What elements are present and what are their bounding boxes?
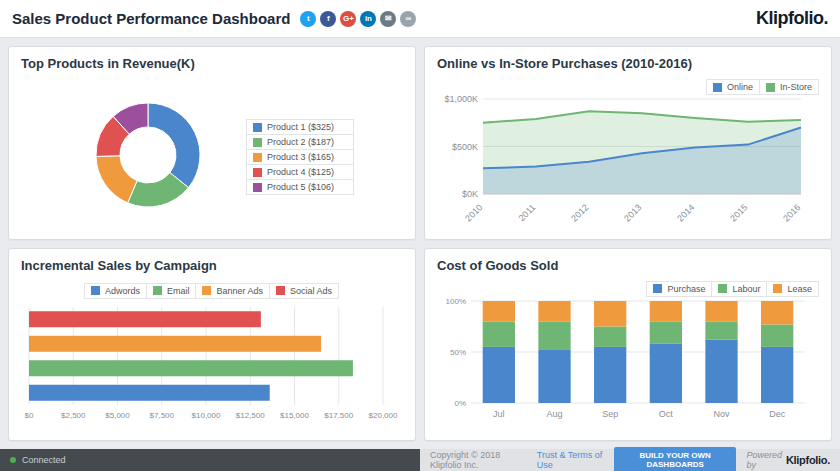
legend-item[interactable]: Lease <box>766 281 819 297</box>
svg-text:$500K: $500K <box>452 142 478 152</box>
cogs-legend: PurchaseLabourLease <box>647 281 819 297</box>
svg-text:Dec: Dec <box>769 409 786 419</box>
svg-text:$7,500: $7,500 <box>150 411 175 420</box>
svg-text:Aug: Aug <box>546 409 562 419</box>
legend-swatch-icon <box>253 138 262 147</box>
hbar-chart: $0$2,500$5,000$7,500$10,000$12,500$15,00… <box>17 301 399 431</box>
legend-swatch-icon <box>718 284 727 293</box>
footer-bar: Connected Copyright © 2018 Klipfolio Inc… <box>0 449 840 471</box>
legend-swatch-icon <box>91 286 100 295</box>
panel-campaign-sales: Incremental Sales by Campaign AdwordsEma… <box>8 248 416 442</box>
powered-by-label: Powered by <box>746 450 782 470</box>
area-chart-area: OnlineIn-Store $0K$500K$1,000K2010201120… <box>425 77 831 239</box>
footer-right: Copyright © 2018 Klipfolio Inc. Trust & … <box>420 449 840 471</box>
legend-item[interactable]: Product 1 ($325) <box>246 119 354 135</box>
donut-chart <box>70 83 230 233</box>
legend-swatch-icon <box>253 153 262 162</box>
share-link-icon[interactable]: ∞ <box>400 11 416 27</box>
campaign-legend: AdwordsEmailBanner AdsSocial Ads <box>17 283 407 299</box>
panel-title-online-instore: Online vs In-Store Purchases (2010-2016) <box>425 47 831 77</box>
copyright-text: Copyright © 2018 Klipfolio Inc. <box>430 450 527 470</box>
legend-swatch-icon <box>276 286 285 295</box>
legend-swatch-icon <box>253 168 262 177</box>
linkedin-icon[interactable]: in <box>360 11 376 27</box>
stacked-chart-area: PurchaseLabourLease 0%50%100%JulAugSepOc… <box>425 279 831 441</box>
legend-item[interactable]: Product 5 ($106) <box>246 179 354 195</box>
legend-item[interactable]: Social Ads <box>269 283 339 299</box>
panel-cost-of-goods: Cost of Goods Sold PurchaseLabourLease 0… <box>424 248 832 442</box>
panel-title-cogs: Cost of Goods Sold <box>425 249 831 279</box>
connected-dot-icon <box>10 457 16 463</box>
svg-text:$2,500: $2,500 <box>61 411 86 420</box>
svg-text:$1,000K: $1,000K <box>444 94 478 104</box>
legend-swatch-icon <box>773 284 782 293</box>
svg-text:$10,000: $10,000 <box>192 411 221 420</box>
dashboard-grid: Top Products in Revenue(K) Product 1 ($3… <box>0 38 840 449</box>
legend-item[interactable]: Product 3 ($165) <box>246 149 354 165</box>
legend-swatch-icon <box>153 286 162 295</box>
legend-item[interactable]: In-Store <box>759 79 819 95</box>
dashboard-app: Sales Product Performance Dashboard tfG+… <box>0 0 840 471</box>
svg-text:2012: 2012 <box>569 202 590 223</box>
svg-text:$12,500: $12,500 <box>236 411 265 420</box>
svg-text:Nov: Nov <box>713 409 730 419</box>
header-bar: Sales Product Performance Dashboard tfG+… <box>0 0 840 38</box>
area-legend: OnlineIn-Store <box>707 79 819 95</box>
klipfolio-logo: Klipfolio. <box>756 8 828 29</box>
svg-text:2015: 2015 <box>728 202 749 223</box>
panel-top-products: Top Products in Revenue(K) Product 1 ($3… <box>8 46 416 240</box>
svg-text:50%: 50% <box>450 348 466 357</box>
area-chart: $0K$500K$1,000K2010201120122013201420152… <box>433 77 815 232</box>
build-dashboards-button[interactable]: BUILD YOUR OWN DASHBOARDS <box>614 447 737 471</box>
legend-swatch-icon <box>253 183 262 192</box>
legend-item[interactable]: Adwords <box>84 283 147 299</box>
legend-item[interactable]: Email <box>146 283 197 299</box>
donut-legend: Product 1 ($325)Product 2 ($187)Product … <box>246 120 354 195</box>
legend-item[interactable]: Banner Ads <box>195 283 270 299</box>
panel-title-campaign: Incremental Sales by Campaign <box>9 249 415 279</box>
svg-text:$0K: $0K <box>462 189 478 199</box>
svg-text:Jul: Jul <box>493 409 505 419</box>
facebook-icon[interactable]: f <box>320 11 336 27</box>
svg-text:2016: 2016 <box>781 202 802 223</box>
legend-swatch-icon <box>766 83 775 92</box>
svg-text:$17,500: $17,500 <box>324 411 353 420</box>
connected-label: Connected <box>22 455 66 465</box>
stacked-bar-chart: 0%50%100%JulAugSepOctNovDec <box>433 279 815 427</box>
legend-item[interactable]: Purchase <box>646 281 712 297</box>
legend-item[interactable]: Product 4 ($125) <box>246 164 354 180</box>
legend-swatch-icon <box>713 83 722 92</box>
svg-text:2013: 2013 <box>622 202 643 223</box>
panel-title-top-products: Top Products in Revenue(K) <box>9 47 415 77</box>
powered-by: Powered by Klipfolio. <box>746 450 830 470</box>
google-plus-icon[interactable]: G+ <box>340 11 356 27</box>
legend-swatch-icon <box>202 286 211 295</box>
legend-item[interactable]: Online <box>706 79 760 95</box>
social-icons: tfG+in✉∞ <box>300 11 756 27</box>
svg-text:Oct: Oct <box>659 409 674 419</box>
svg-text:2014: 2014 <box>675 202 696 223</box>
svg-text:2011: 2011 <box>517 202 538 223</box>
email-icon[interactable]: ✉ <box>380 11 396 27</box>
svg-text:$15,000: $15,000 <box>280 411 309 420</box>
svg-text:100%: 100% <box>446 297 466 306</box>
svg-text:$0: $0 <box>25 411 34 420</box>
legend-swatch-icon <box>653 284 662 293</box>
connection-status: Connected <box>0 449 420 471</box>
svg-text:0%: 0% <box>454 399 466 408</box>
powered-by-logo: Klipfolio. <box>786 454 830 466</box>
legend-item[interactable]: Product 2 ($187) <box>246 134 354 150</box>
hbar-chart-area: AdwordsEmailBanner AdsSocial Ads $0$2,50… <box>9 279 415 441</box>
svg-text:$20,000: $20,000 <box>369 411 398 420</box>
page-title: Sales Product Performance Dashboard <box>12 10 290 27</box>
donut-chart-area: Product 1 ($325)Product 2 ($187)Product … <box>9 77 415 239</box>
legend-swatch-icon <box>253 123 262 132</box>
svg-text:Sep: Sep <box>602 409 618 419</box>
svg-text:$5,000: $5,000 <box>105 411 130 420</box>
svg-text:2010: 2010 <box>463 202 484 223</box>
legend-item[interactable]: Labour <box>711 281 767 297</box>
twitter-icon[interactable]: t <box>300 11 316 27</box>
terms-link[interactable]: Trust & Terms of Use <box>537 450 604 470</box>
panel-online-instore: Online vs In-Store Purchases (2010-2016)… <box>424 46 832 240</box>
